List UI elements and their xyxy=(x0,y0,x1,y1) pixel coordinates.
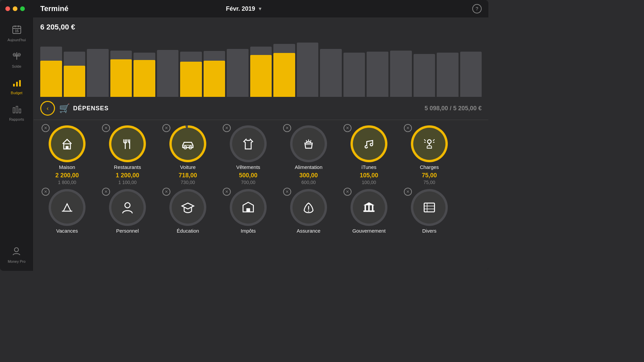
svg-rect-44 xyxy=(372,205,373,210)
svg-line-32 xyxy=(424,139,426,141)
sidebar-item-today[interactable]: 15 Aujourd'hui xyxy=(2,21,32,45)
category-card[interactable]: ✕Assurance xyxy=(282,189,335,234)
bar-background xyxy=(297,43,319,97)
remove-category-button[interactable]: ✕ xyxy=(343,124,352,132)
bar-group[interactable] xyxy=(390,42,412,97)
bar-group[interactable] xyxy=(320,42,342,97)
category-icon xyxy=(292,191,325,224)
help-button[interactable]: ? xyxy=(472,4,482,13)
category-name: Vêtements xyxy=(236,164,260,170)
bar-group[interactable] xyxy=(157,42,179,97)
category-name: Personnel xyxy=(116,228,139,234)
remove-category-button[interactable]: ✕ xyxy=(162,124,170,132)
total-amount: 6 205,00 € xyxy=(40,23,482,32)
category-card[interactable]: ✕Charges75,0075,00 xyxy=(402,125,456,185)
category-card[interactable]: ✕Restaurants1 200,001 100,00 xyxy=(101,125,154,185)
bar-group[interactable] xyxy=(227,42,249,97)
category-name: Charges xyxy=(420,164,439,170)
category-circle xyxy=(411,125,448,162)
svg-point-37 xyxy=(125,203,130,208)
bar-group[interactable] xyxy=(437,42,459,97)
bar-group[interactable] xyxy=(273,42,295,97)
sidebar-item-moneypro[interactable]: Money Pro xyxy=(5,243,28,267)
bar-group[interactable] xyxy=(133,42,155,97)
category-spent: 718,00 xyxy=(178,172,197,179)
svg-rect-16 xyxy=(19,109,21,113)
bar-group[interactable] xyxy=(110,42,132,97)
remove-category-button[interactable]: ✕ xyxy=(162,188,170,196)
bar-background xyxy=(157,50,179,97)
category-budget: 600,00 xyxy=(302,180,316,185)
category-card[interactable]: ✕Maison2 200,001 800,00 xyxy=(40,125,94,185)
category-circle xyxy=(49,125,86,162)
category-budget: 75,00 xyxy=(423,180,435,185)
category-icon xyxy=(232,128,264,160)
category-circle xyxy=(169,189,206,226)
remove-category-button[interactable]: ✕ xyxy=(404,124,412,132)
category-card[interactable]: ✕Alimentation300,00600,00 xyxy=(282,125,335,185)
category-budget: 1 100,00 xyxy=(118,180,137,185)
bar-group[interactable] xyxy=(87,42,109,97)
bar-group[interactable] xyxy=(343,42,365,97)
category-circle xyxy=(230,189,267,226)
bar-group[interactable] xyxy=(204,42,225,97)
bar-group[interactable] xyxy=(414,42,435,97)
svg-rect-11 xyxy=(13,84,15,86)
bar-fill xyxy=(180,62,202,97)
category-card[interactable]: ✕Impôts xyxy=(221,189,275,234)
remove-category-button[interactable]: ✕ xyxy=(223,188,231,196)
category-nav: ‹ 🛒 DÉPENSES 5 098,00 / 5 205,00 € xyxy=(34,97,488,120)
remove-category-button[interactable]: ✕ xyxy=(102,188,110,196)
category-icon xyxy=(172,191,204,224)
bar-group[interactable] xyxy=(460,42,482,97)
category-icon xyxy=(413,191,445,224)
bar-group[interactable] xyxy=(64,42,86,97)
svg-rect-38 xyxy=(247,208,250,212)
minimize-button[interactable] xyxy=(13,6,17,11)
category-card[interactable]: ✕Vacances xyxy=(40,189,94,234)
bar-background xyxy=(227,49,249,97)
bar-background xyxy=(320,49,342,97)
category-card[interactable]: ✕iTunes105,00100,00 xyxy=(342,125,396,185)
category-name: Assurance xyxy=(297,228,321,234)
remove-category-button[interactable]: ✕ xyxy=(42,188,50,196)
sidebar-item-balance[interactable]: Solde xyxy=(2,48,32,72)
chevron-down-icon: ▼ xyxy=(258,6,263,11)
bar-group[interactable] xyxy=(40,42,62,97)
bar-group[interactable] xyxy=(250,42,272,97)
remove-category-button[interactable]: ✕ xyxy=(404,188,412,196)
categories-row1: ✕Maison2 200,001 800,00✕Restaurants1 200… xyxy=(40,125,482,185)
main-content: 6 205,00 € ‹ 🛒 DÉPENSES 5 098,00 xyxy=(34,17,488,271)
category-card[interactable]: ✕Personnel xyxy=(101,189,154,234)
categories-scroll[interactable]: ✕Maison2 200,001 800,00✕Restaurants1 200… xyxy=(34,120,488,271)
category-card[interactable]: ✕Vêtements500,00700,00 xyxy=(221,125,275,185)
fullscreen-button[interactable] xyxy=(20,6,25,11)
category-card[interactable]: ✕Divers xyxy=(402,189,456,234)
category-name: Vacances xyxy=(56,228,78,234)
bar-background xyxy=(437,53,459,97)
remove-category-button[interactable]: ✕ xyxy=(42,124,50,132)
remove-category-button[interactable]: ✕ xyxy=(283,188,291,196)
remove-category-button[interactable]: ✕ xyxy=(343,188,352,196)
category-card[interactable]: ✕Gouvernement xyxy=(342,189,396,234)
bar-group[interactable] xyxy=(297,42,319,97)
svg-rect-12 xyxy=(16,82,18,86)
bar-group[interactable] xyxy=(367,42,388,97)
sidebar-item-reports[interactable]: Rapports xyxy=(2,101,32,125)
category-card[interactable]: ✕Éducation xyxy=(161,189,215,234)
bar-background xyxy=(460,52,482,97)
svg-point-40 xyxy=(308,210,309,212)
remove-category-button[interactable]: ✕ xyxy=(283,124,291,132)
category-card[interactable]: ✕Voiture718,00730,00 xyxy=(161,125,215,185)
sidebar-item-label: Solde xyxy=(12,64,21,68)
close-button[interactable] xyxy=(5,6,10,11)
svg-rect-15 xyxy=(16,106,18,113)
prev-button[interactable]: ‹ xyxy=(40,101,55,116)
remove-category-button[interactable]: ✕ xyxy=(223,124,231,132)
sidebar-item-budget[interactable]: Budget xyxy=(2,74,32,98)
date-selector[interactable]: Févr. 2019 ▼ xyxy=(226,5,263,12)
bar-group[interactable] xyxy=(180,42,202,97)
category-circle xyxy=(169,125,206,162)
category-circle xyxy=(109,125,146,162)
remove-category-button[interactable]: ✕ xyxy=(102,124,110,132)
